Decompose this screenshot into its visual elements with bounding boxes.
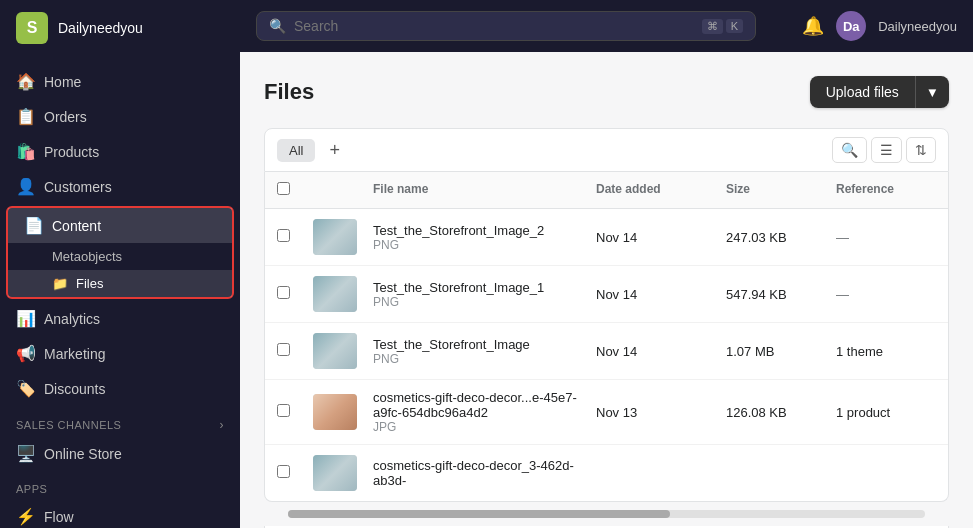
sort-icon: ⇅ [915, 142, 927, 158]
scrollbar-area [264, 510, 949, 518]
file-name: cosmetics-gift-deco-decor_3-462d-ab3d- [373, 458, 596, 488]
upload-files-button[interactable]: Upload files [810, 76, 915, 108]
avatar[interactable]: Da [836, 11, 866, 41]
sidebar-item-content-label: Content [52, 218, 101, 234]
file-ext: PNG [373, 295, 596, 309]
sidebar-item-online-store[interactable]: 🖥️ Online Store [0, 436, 240, 471]
file-name: cosmetics-gift-deco-decor...e-45e7-a9fc-… [373, 390, 596, 420]
filter-add-button[interactable]: + [323, 139, 346, 161]
sort-order-button[interactable]: ⇅ [906, 137, 936, 163]
products-icon: 🛍️ [16, 142, 34, 161]
filter-tab-all[interactable]: All [277, 139, 315, 162]
file-info: Test_the_Storefront_Image_1 PNG [373, 280, 596, 309]
file-name: Test_the_Storefront_Image_1 [373, 280, 596, 295]
cmd-key: ⌘ [702, 19, 723, 34]
files-table: File name Date added Size Reference Test… [264, 172, 949, 502]
table-row: Test_the_Storefront_Image_1 PNG Nov 14 5… [265, 266, 948, 323]
customers-icon: 👤 [16, 177, 34, 196]
row-checkbox[interactable] [277, 404, 313, 420]
notification-bell-icon[interactable]: 🔔 [802, 15, 824, 37]
file-size: 126.08 KB [726, 405, 836, 420]
thumb-image [313, 276, 357, 312]
th-date: Date added [596, 182, 726, 198]
filter-icon: ☰ [880, 142, 893, 158]
th-checkbox [277, 182, 313, 198]
file-reference: — [836, 287, 936, 302]
file-ext: PNG [373, 238, 596, 252]
file-date: Nov 14 [596, 230, 726, 245]
row-checkbox[interactable] [277, 229, 313, 245]
sidebar-item-home[interactable]: 🏠 Home [0, 64, 240, 99]
file-info: Test_the_Storefront_Image_2 PNG [373, 223, 596, 252]
file-date: Nov 14 [596, 287, 726, 302]
sidebar-item-online-store-label: Online Store [44, 446, 122, 462]
analytics-icon: 📊 [16, 309, 34, 328]
sidebar-item-customers[interactable]: 👤 Customers [0, 169, 240, 204]
file-ext: JPG [373, 420, 596, 434]
search-input[interactable] [294, 18, 694, 34]
sidebar-sub-files[interactable]: 📁 Files [8, 270, 232, 297]
k-key: K [726, 19, 743, 33]
file-info: cosmetics-gift-deco-decor...e-45e7-a9fc-… [373, 390, 596, 434]
sales-channels-section: Sales channels › [0, 406, 240, 436]
sidebar-item-analytics[interactable]: 📊 Analytics [0, 301, 240, 336]
file-thumbnail [313, 276, 357, 312]
shopify-logo-icon: S [16, 12, 48, 44]
file-info: cosmetics-gift-deco-decor_3-462d-ab3d- [373, 458, 596, 488]
file-thumbnail [313, 455, 357, 491]
thumb-image [313, 333, 357, 369]
row-checkbox[interactable] [277, 286, 313, 302]
file-date: Nov 14 [596, 344, 726, 359]
sidebar-item-orders-label: Orders [44, 109, 87, 125]
th-preview [313, 182, 373, 198]
sidebar-item-discounts-label: Discounts [44, 381, 105, 397]
scrollbar-thumb[interactable] [288, 510, 670, 518]
file-reference: — [836, 230, 936, 245]
files-icon: 📁 [52, 276, 68, 291]
apps-section: Apps [0, 471, 240, 499]
sidebar-item-flow[interactable]: ⚡ Flow [0, 499, 240, 528]
sidebar-item-marketing[interactable]: 📢 Marketing [0, 336, 240, 371]
sidebar-sub-metaobjects[interactable]: Metaobjects [8, 243, 232, 270]
file-ext: PNG [373, 352, 596, 366]
row-checkbox[interactable] [277, 465, 313, 481]
page-content: Files Upload files ▼ All + 🔍 ☰ [240, 52, 973, 528]
metaobjects-label: Metaobjects [52, 249, 122, 264]
select-all-checkbox[interactable] [277, 182, 290, 195]
discounts-icon: 🏷️ [16, 379, 34, 398]
file-thumbnail [313, 394, 357, 430]
search-box[interactable]: 🔍 ⌘ K [256, 11, 756, 41]
sidebar-item-analytics-label: Analytics [44, 311, 100, 327]
page-title: Files [264, 79, 314, 105]
sidebar-item-home-label: Home [44, 74, 81, 90]
topbar: 🔍 ⌘ K 🔔 Da Dailyneedyou [240, 0, 973, 52]
sort-filter-button[interactable]: ☰ [871, 137, 902, 163]
file-size: 247.03 KB [726, 230, 836, 245]
search-icon: 🔍 [269, 18, 286, 34]
sidebar-item-discounts[interactable]: 🏷️ Discounts [0, 371, 240, 406]
sidebar-item-products[interactable]: 🛍️ Products [0, 134, 240, 169]
file-reference: 1 product [836, 405, 936, 420]
page-header: Files Upload files ▼ [264, 76, 949, 108]
horizontal-scrollbar[interactable] [288, 510, 925, 518]
sidebar-item-content[interactable]: 📄 Content [8, 208, 232, 243]
table-row: Test_the_Storefront_Image_2 PNG Nov 14 2… [265, 209, 948, 266]
marketing-icon: 📢 [16, 344, 34, 363]
filter-right: 🔍 ☰ ⇅ [832, 137, 936, 163]
sidebar-item-marketing-label: Marketing [44, 346, 105, 362]
upload-files-chevron-button[interactable]: ▼ [915, 76, 949, 108]
sidebar-item-flow-label: Flow [44, 509, 74, 525]
row-checkbox[interactable] [277, 343, 313, 359]
flow-icon: ⚡ [16, 507, 34, 526]
orders-icon: 📋 [16, 107, 34, 126]
search-filter-button[interactable]: 🔍 [832, 137, 867, 163]
file-size: 1.07 MB [726, 344, 836, 359]
th-reference: Reference [836, 182, 936, 198]
sidebar-item-orders[interactable]: 📋 Orders [0, 99, 240, 134]
table-row: cosmetics-gift-deco-decor_3-462d-ab3d- [265, 445, 948, 501]
chevron-down-icon: ▼ [926, 85, 939, 100]
file-size: 547.94 KB [726, 287, 836, 302]
file-reference: 1 theme [836, 344, 936, 359]
thumb-image [313, 394, 357, 430]
table-row: cosmetics-gift-deco-decor...e-45e7-a9fc-… [265, 380, 948, 445]
